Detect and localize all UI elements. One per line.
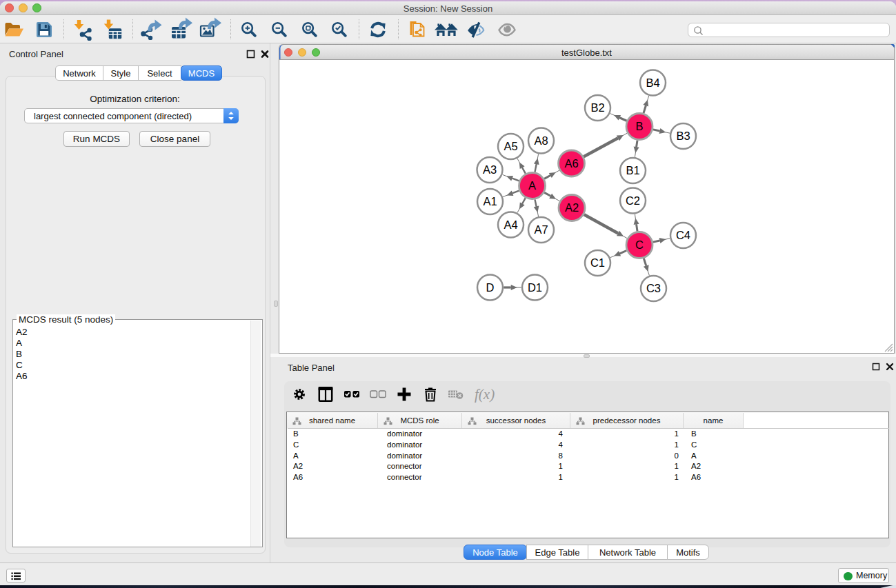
svg-text:A3: A3 [483,163,497,176]
svg-text:D: D [486,281,495,294]
svg-text:A6: A6 [564,157,578,170]
svg-text:D1: D1 [528,281,542,294]
svg-text:C1: C1 [590,256,605,269]
svg-text:B: B [635,120,643,132]
svg-text:B3: B3 [676,130,690,142]
svg-text:A8: A8 [534,134,548,147]
svg-text:C2: C2 [626,194,640,207]
svg-text:A: A [528,179,536,192]
svg-text:B1: B1 [626,164,639,176]
svg-text:C4: C4 [676,229,690,241]
svg-text:C3: C3 [646,282,661,294]
svg-text:A4: A4 [504,219,517,231]
svg-text:f(x): f(x) [475,386,495,403]
svg-text:A2: A2 [565,201,579,214]
svg-text:A5: A5 [504,140,517,152]
svg-text:A7: A7 [534,223,548,236]
svg-text:B4: B4 [646,77,659,89]
svg-text:A1: A1 [483,195,497,207]
svg-text:C: C [635,239,644,251]
svg-text:B2: B2 [590,101,604,114]
